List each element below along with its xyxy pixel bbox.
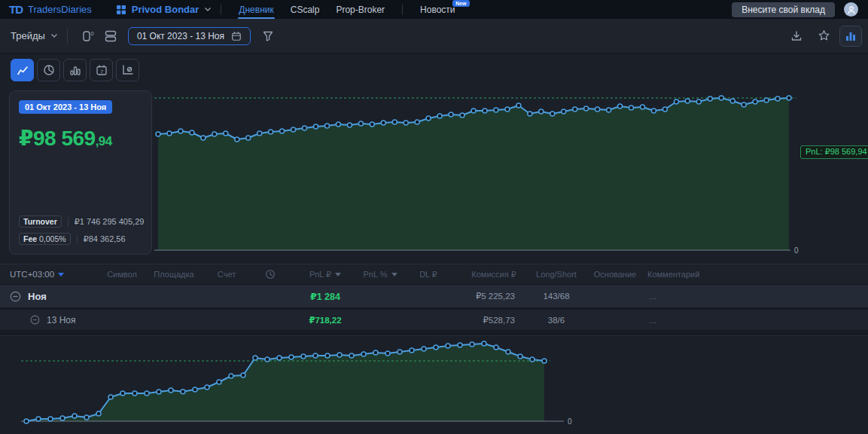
data-point-marker[interactable] bbox=[422, 347, 426, 351]
data-point-marker[interactable] bbox=[96, 411, 101, 416]
data-point-marker[interactable] bbox=[361, 352, 366, 356]
col-comment[interactable]: Комментарий bbox=[647, 270, 868, 279]
data-point-marker[interactable] bbox=[471, 108, 476, 113]
col-account[interactable]: Счет bbox=[202, 270, 251, 279]
data-point-marker[interactable] bbox=[313, 353, 318, 358]
data-point-marker[interactable] bbox=[651, 108, 656, 113]
data-point-marker[interactable] bbox=[426, 116, 431, 121]
data-point-marker[interactable] bbox=[280, 129, 285, 133]
tab-cscalp[interactable]: CScalp bbox=[282, 0, 328, 19]
col-basis[interactable]: Основание bbox=[583, 270, 647, 279]
data-point-marker[interactable] bbox=[235, 137, 239, 142]
data-point-marker[interactable] bbox=[178, 129, 183, 133]
user-avatar[interactable] bbox=[844, 2, 858, 17]
data-point-marker[interactable] bbox=[460, 113, 464, 118]
data-point-marker[interactable] bbox=[84, 415, 89, 420]
col-symbol[interactable]: Символ bbox=[98, 270, 146, 279]
data-point-marker[interactable] bbox=[662, 107, 667, 112]
data-point-marker[interactable] bbox=[108, 395, 113, 399]
data-point-marker[interactable] bbox=[742, 102, 746, 107]
data-point-marker[interactable] bbox=[595, 107, 600, 112]
chart-type-bars-button[interactable] bbox=[63, 59, 87, 81]
col-commission[interactable]: Комиссия ₽ bbox=[458, 270, 530, 280]
contribute-button[interactable]: Внесите свой вклад bbox=[732, 2, 835, 17]
data-point-marker[interactable] bbox=[358, 121, 363, 126]
data-point-marker[interactable] bbox=[370, 122, 374, 127]
data-point-marker[interactable] bbox=[325, 124, 330, 128]
open-positions-button[interactable]: 0 bbox=[78, 26, 98, 46]
data-point-marker[interactable] bbox=[449, 112, 453, 117]
col-time[interactable] bbox=[251, 269, 289, 280]
data-point-marker[interactable] bbox=[253, 356, 257, 360]
data-point-marker[interactable] bbox=[169, 388, 173, 393]
data-point-marker[interactable] bbox=[437, 114, 442, 118]
data-point-marker[interactable] bbox=[120, 391, 125, 396]
table-row-day[interactable]: 13 Ноя ₽718,22 ₽528,73 38/6 ... bbox=[0, 310, 868, 331]
data-point-marker[interactable] bbox=[446, 344, 450, 348]
data-point-marker[interactable] bbox=[483, 108, 487, 113]
data-point-marker[interactable] bbox=[201, 136, 206, 140]
data-point-marker[interactable] bbox=[48, 417, 53, 421]
day-pnl-chart[interactable]: 0 bbox=[0, 336, 868, 434]
data-point-marker[interactable] bbox=[458, 343, 462, 347]
data-point-marker[interactable] bbox=[167, 131, 172, 136]
data-point-marker[interactable] bbox=[385, 351, 390, 356]
data-point-marker[interactable] bbox=[530, 357, 535, 362]
data-point-marker[interactable] bbox=[584, 106, 589, 111]
trades-view-selector[interactable]: Трейды bbox=[11, 30, 58, 41]
data-point-marker[interactable] bbox=[224, 131, 228, 136]
data-point-marker[interactable] bbox=[381, 121, 385, 125]
data-point-marker[interactable] bbox=[764, 98, 769, 102]
data-point-marker[interactable] bbox=[181, 390, 185, 394]
data-point-marker[interactable] bbox=[685, 99, 690, 103]
data-point-marker[interactable] bbox=[36, 417, 41, 421]
timezone-selector[interactable]: UTC+03:00 bbox=[0, 270, 98, 279]
data-point-marker[interactable] bbox=[303, 126, 307, 130]
chart-type-line-button[interactable] bbox=[11, 59, 34, 81]
chart-type-benchmark-button[interactable] bbox=[116, 59, 139, 81]
data-point-marker[interactable] bbox=[145, 391, 149, 396]
data-point-marker[interactable] bbox=[212, 132, 217, 136]
col-pnl-pct[interactable]: PnL % bbox=[361, 270, 399, 279]
data-point-marker[interactable] bbox=[301, 354, 306, 359]
export-button[interactable] bbox=[787, 26, 806, 46]
data-point-marker[interactable] bbox=[325, 353, 330, 358]
data-point-marker[interactable] bbox=[72, 414, 77, 418]
data-point-marker[interactable] bbox=[674, 99, 678, 104]
data-point-marker[interactable] bbox=[291, 127, 296, 132]
data-point-marker[interactable] bbox=[494, 345, 498, 350]
period-badge[interactable]: 01 Окт 2023 - 13 Ноя bbox=[19, 100, 112, 114]
rows-view-button[interactable] bbox=[101, 26, 120, 46]
data-point-marker[interactable] bbox=[392, 120, 397, 124]
data-point-marker[interactable] bbox=[528, 112, 532, 116]
data-point-marker[interactable] bbox=[265, 357, 270, 362]
data-point-marker[interactable] bbox=[193, 387, 197, 392]
tab-diary[interactable]: Дневник bbox=[230, 0, 282, 19]
data-point-marker[interactable] bbox=[775, 96, 780, 101]
main-pnl-chart[interactable]: 0 bbox=[151, 87, 868, 264]
data-point-marker[interactable] bbox=[269, 130, 273, 134]
data-point-marker[interactable] bbox=[347, 123, 352, 127]
data-point-marker[interactable] bbox=[24, 419, 29, 423]
data-point-marker[interactable] bbox=[434, 345, 438, 350]
tab-news[interactable]: Новости New bbox=[412, 0, 463, 19]
data-point-marker[interactable] bbox=[506, 350, 510, 354]
data-point-marker[interactable] bbox=[289, 355, 294, 359]
col-dl[interactable]: DL ₽ bbox=[399, 270, 458, 280]
data-point-marker[interactable] bbox=[730, 99, 735, 103]
tab-prop-broker[interactable]: Prop-Broker bbox=[327, 0, 393, 19]
app-logo[interactable]: TD TradersDiaries bbox=[9, 3, 92, 16]
data-point-marker[interactable] bbox=[337, 353, 342, 357]
data-point-marker[interactable] bbox=[60, 416, 65, 420]
data-point-marker[interactable] bbox=[373, 350, 378, 355]
data-point-marker[interactable] bbox=[336, 122, 340, 127]
data-point-marker[interactable] bbox=[132, 391, 137, 396]
col-venue[interactable]: Площадка bbox=[146, 270, 202, 279]
filter-button[interactable] bbox=[258, 26, 278, 46]
data-point-marker[interactable] bbox=[482, 341, 486, 346]
data-point-marker[interactable] bbox=[629, 105, 634, 110]
data-point-marker[interactable] bbox=[539, 109, 544, 114]
data-point-marker[interactable] bbox=[708, 96, 712, 101]
data-point-marker[interactable] bbox=[349, 353, 354, 358]
collapse-icon[interactable] bbox=[10, 291, 21, 302]
